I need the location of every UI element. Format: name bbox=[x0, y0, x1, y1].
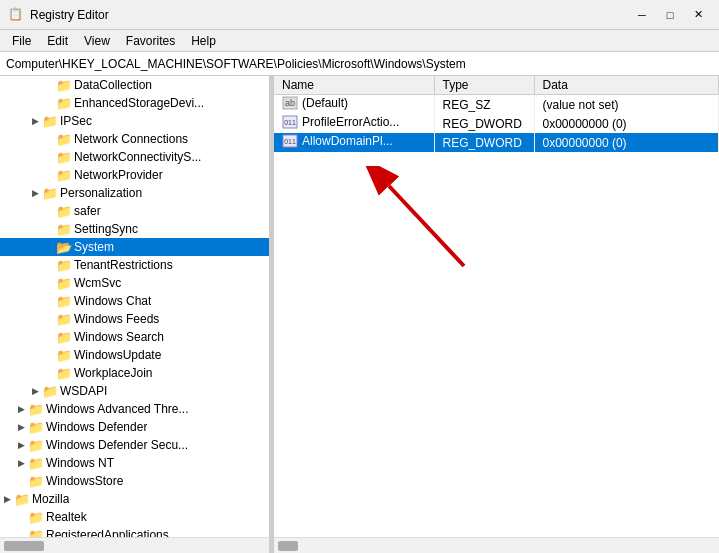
column-header-data[interactable]: Data bbox=[534, 76, 719, 95]
folder-icon: 📁 bbox=[56, 95, 72, 111]
reg-icon-dword2: 011 bbox=[282, 134, 298, 148]
app-icon: 📋 bbox=[8, 7, 24, 23]
column-header-name[interactable]: Name bbox=[274, 76, 434, 95]
tree-item-windowsfeeds[interactable]: 📁 Windows Feeds bbox=[0, 310, 269, 328]
maximize-button[interactable]: □ bbox=[657, 5, 683, 25]
tree-label: WSDAPI bbox=[60, 384, 107, 398]
tree-item-registeredapps[interactable]: 📁 RegisteredApplications bbox=[0, 526, 269, 537]
tree-item-wsdapi[interactable]: ▶ 📁 WSDAPI bbox=[0, 382, 269, 400]
tree-item-system[interactable]: 📂 System bbox=[0, 238, 269, 256]
tree-item-workplacejoin[interactable]: 📁 WorkplaceJoin bbox=[0, 364, 269, 382]
registry-row-default[interactable]: ab (Default) REG_SZ (value not set) bbox=[274, 95, 719, 115]
tree-item-windowschat[interactable]: 📁 Windows Chat bbox=[0, 292, 269, 310]
tree-item-windowsdefendersec[interactable]: ▶ 📁 Windows Defender Secu... bbox=[0, 436, 269, 454]
svg-text:011: 011 bbox=[284, 138, 296, 145]
menu-edit[interactable]: Edit bbox=[39, 32, 76, 50]
tree-horizontal-scrollbar[interactable] bbox=[0, 537, 269, 553]
tree-item-safer[interactable]: 📁 safer bbox=[0, 202, 269, 220]
close-button[interactable]: ✕ bbox=[685, 5, 711, 25]
menu-bar: File Edit View Favorites Help bbox=[0, 30, 719, 52]
tree-label: WorkplaceJoin bbox=[74, 366, 152, 380]
folder-icon: 📁 bbox=[28, 527, 44, 537]
tree-item-enhancedstorage[interactable]: 📁 EnhancedStorageDevi... bbox=[0, 94, 269, 112]
expander-windowssearch bbox=[42, 328, 56, 346]
tree-label: Realtek bbox=[46, 510, 87, 524]
reg-name-text: ProfileErrorActio... bbox=[302, 115, 399, 129]
folder-icon: 📁 bbox=[56, 347, 72, 363]
tree-label: Network Connections bbox=[74, 132, 188, 146]
folder-icon: 📁 bbox=[42, 113, 58, 129]
tree-item-windowsdefender[interactable]: ▶ 📁 Windows Defender bbox=[0, 418, 269, 436]
tree-item-settingsync[interactable]: 📁 SettingSync bbox=[0, 220, 269, 238]
reg-type-allowdomainpl: REG_DWORD bbox=[434, 133, 534, 152]
tree-item-personalization[interactable]: ▶ 📁 Personalization bbox=[0, 184, 269, 202]
menu-favorites[interactable]: Favorites bbox=[118, 32, 183, 50]
registry-table[interactable]: Name Type Data ab bbox=[274, 76, 719, 537]
tree-hscroll-thumb[interactable] bbox=[4, 541, 44, 551]
registry-row-profileerror[interactable]: 011 ProfileErrorActio... REG_DWORD 0x000… bbox=[274, 114, 719, 133]
expander-windowsnt: ▶ bbox=[14, 454, 28, 472]
tree-label: NetworkConnectivityS... bbox=[74, 150, 201, 164]
expander-datacollection bbox=[42, 76, 56, 94]
menu-help[interactable]: Help bbox=[183, 32, 224, 50]
registry-row-allowdomainpl[interactable]: 011 AllowDomainPl... REG_DWORD 0x0000000… bbox=[274, 133, 719, 152]
tree-item-windowssearch[interactable]: 📁 Windows Search bbox=[0, 328, 269, 346]
tree-item-tenantrestrictions[interactable]: 📁 TenantRestrictions bbox=[0, 256, 269, 274]
tree-item-windowsupdate[interactable]: 📁 WindowsUpdate bbox=[0, 346, 269, 364]
tree-label: Windows Search bbox=[74, 330, 164, 344]
folder-icon: 📁 bbox=[56, 329, 72, 345]
right-horizontal-scrollbar[interactable] bbox=[274, 537, 719, 553]
reg-type-profileerror: REG_DWORD bbox=[434, 114, 534, 133]
menu-view[interactable]: View bbox=[76, 32, 118, 50]
tree-item-windowsadvanced[interactable]: ▶ 📁 Windows Advanced Thre... bbox=[0, 400, 269, 418]
tree-item-wcmsvc[interactable]: 📁 WcmSvc bbox=[0, 274, 269, 292]
tree-scroll[interactable]: 📁 DataCollection 📁 EnhancedStorageDevi..… bbox=[0, 76, 269, 537]
tree-item-realtek[interactable]: 📁 Realtek bbox=[0, 508, 269, 526]
folder-icon: 📁 bbox=[56, 293, 72, 309]
right-hscroll-thumb[interactable] bbox=[278, 541, 298, 551]
folder-icon: 📁 bbox=[28, 437, 44, 453]
svg-text:011: 011 bbox=[284, 119, 296, 126]
expander-realtek bbox=[14, 508, 28, 526]
tree-label: Windows Advanced Thre... bbox=[46, 402, 189, 416]
expander-windowsdefender: ▶ bbox=[14, 418, 28, 436]
expander-settingsync bbox=[42, 220, 56, 238]
reg-data-profileerror: 0x00000000 (0) bbox=[534, 114, 719, 133]
tree-item-mozilla[interactable]: ▶ 📁 Mozilla bbox=[0, 490, 269, 508]
tree-label: WindowsStore bbox=[46, 474, 123, 488]
tree-item-windowsnt[interactable]: ▶ 📁 Windows NT bbox=[0, 454, 269, 472]
expander-windowsadvanced: ▶ bbox=[14, 400, 28, 418]
expander-tenantrestrictions bbox=[42, 256, 56, 274]
reg-data-default: (value not set) bbox=[534, 95, 719, 115]
tree-item-networkprovider[interactable]: 📁 NetworkProvider bbox=[0, 166, 269, 184]
folder-icon: 📁 bbox=[56, 257, 72, 273]
tree-label: WindowsUpdate bbox=[74, 348, 161, 362]
title-bar-controls: ─ □ ✕ bbox=[629, 5, 711, 25]
expander-ipsec: ▶ bbox=[28, 112, 42, 130]
menu-file[interactable]: File bbox=[4, 32, 39, 50]
folder-icon: 📁 bbox=[56, 221, 72, 237]
tree-label: Windows Defender Secu... bbox=[46, 438, 188, 452]
column-header-type[interactable]: Type bbox=[434, 76, 534, 95]
tree-item-ipsec[interactable]: ▶ 📁 IPSec bbox=[0, 112, 269, 130]
reg-icon-default: ab bbox=[282, 96, 298, 110]
tree-label: System bbox=[74, 240, 114, 254]
tree-label: DataCollection bbox=[74, 78, 152, 92]
address-path: Computer\HKEY_LOCAL_MACHINE\SOFTWARE\Pol… bbox=[6, 57, 466, 71]
folder-icon: 📁 bbox=[28, 419, 44, 435]
folder-icon: 📁 bbox=[28, 455, 44, 471]
folder-icon: 📁 bbox=[28, 473, 44, 489]
tree-item-datacollection[interactable]: 📁 DataCollection bbox=[0, 76, 269, 94]
reg-name-default: ab (Default) bbox=[274, 95, 434, 115]
reg-name-text: AllowDomainPl... bbox=[302, 134, 393, 148]
minimize-button[interactable]: ─ bbox=[629, 5, 655, 25]
folder-icon: 📁 bbox=[56, 311, 72, 327]
tree-item-windowsstore[interactable]: 📁 WindowsStore bbox=[0, 472, 269, 490]
tree-label: WcmSvc bbox=[74, 276, 121, 290]
tree-item-networkconnections[interactable]: 📁 Network Connections bbox=[0, 130, 269, 148]
expander-windowsstore bbox=[14, 472, 28, 490]
tree-item-networkconnectivitys[interactable]: 📁 NetworkConnectivityS... bbox=[0, 148, 269, 166]
expander-networkconnections bbox=[42, 130, 56, 148]
folder-icon: 📁 bbox=[28, 509, 44, 525]
tree-label: Windows Defender bbox=[46, 420, 147, 434]
